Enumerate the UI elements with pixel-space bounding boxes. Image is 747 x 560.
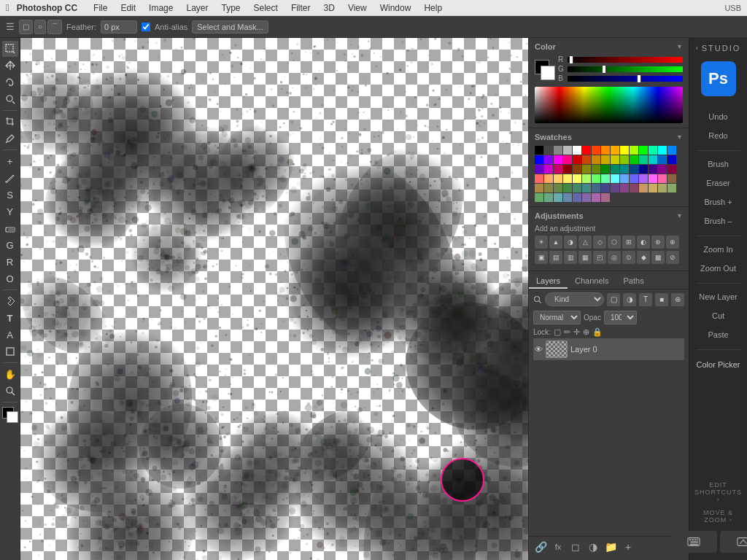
layers-filter-pixel[interactable]: ▢: [607, 293, 620, 306]
studio-zoom-in-button[interactable]: Zoom In: [693, 241, 744, 258]
swatch-26[interactable]: [639, 155, 648, 164]
add-adjustment-button[interactable]: ◑: [586, 540, 600, 554]
swatch-3[interactable]: [563, 146, 572, 155]
add-mask-button[interactable]: ◻: [568, 540, 583, 554]
tab-channels[interactable]: Channels: [568, 274, 616, 289]
swatch-30[interactable]: [535, 165, 543, 174]
studio-brush-minus-button[interactable]: Brush –: [693, 212, 744, 230]
swatch-78[interactable]: [563, 193, 572, 202]
swatch-7[interactable]: [601, 146, 610, 155]
blur-tool[interactable]: R: [2, 254, 18, 270]
swatch-13[interactable]: [658, 146, 667, 155]
menu-file[interactable]: File: [88, 1, 113, 15]
adj-invert[interactable]: ▣: [535, 251, 548, 264]
adj-gradmap[interactable]: ▦: [578, 251, 592, 264]
adj-posterize[interactable]: ▤: [549, 251, 562, 264]
swatch-52[interactable]: [601, 174, 610, 183]
canvas-area[interactable]: [20, 38, 528, 560]
studio-brush-button[interactable]: Brush: [693, 155, 744, 173]
adjustments-panel-arrow[interactable]: ▼: [676, 212, 683, 219]
selection-tool[interactable]: [2, 41, 18, 57]
swatch-21[interactable]: [592, 155, 600, 164]
adj-photofilter[interactable]: ⊛: [651, 236, 665, 249]
layers-filter-shape[interactable]: ■: [655, 293, 668, 306]
swatch-18[interactable]: [563, 155, 572, 164]
swatch-51[interactable]: [592, 174, 600, 183]
swatch-77[interactable]: [554, 193, 562, 202]
layers-filter-text[interactable]: T: [639, 293, 652, 306]
swatch-54[interactable]: [620, 174, 629, 183]
lock-position[interactable]: ✛: [573, 327, 580, 337]
select-and-mask-button[interactable]: Select and Mask...: [192, 20, 268, 34]
swatch-50[interactable]: [582, 174, 591, 183]
swatch-36[interactable]: [592, 165, 600, 174]
layer-name[interactable]: Layer 0: [570, 345, 597, 354]
swatch-71[interactable]: [639, 184, 648, 192]
clone-tool[interactable]: S: [2, 187, 18, 203]
lasso-select-btn[interactable]: ⌒: [47, 20, 62, 34]
layer-item[interactable]: 👁 Layer 0: [533, 338, 684, 360]
swatch-63[interactable]: [563, 184, 572, 192]
swatch-64[interactable]: [573, 184, 581, 192]
swatch-12[interactable]: [649, 146, 657, 155]
shape-tool[interactable]: [2, 343, 18, 359]
swatch-68[interactable]: [611, 184, 619, 192]
lock-all[interactable]: 🔒: [592, 327, 603, 337]
quick-keys-button[interactable]: [720, 531, 748, 553]
move-zoom-label[interactable]: MOVE & ZOOM ›: [689, 506, 747, 526]
menu-layer[interactable]: Layer: [180, 1, 214, 15]
swatch-58[interactable]: [658, 174, 667, 183]
gradient-tool[interactable]: G: [2, 237, 18, 253]
link-layers-button[interactable]: 🔗: [533, 540, 548, 554]
menu-edit[interactable]: Edit: [115, 1, 142, 15]
swatch-40[interactable]: [630, 165, 638, 174]
dodge-tool[interactable]: O: [2, 271, 18, 287]
canvas-container[interactable]: [20, 38, 528, 560]
green-slider-thumb[interactable]: [602, 65, 606, 74]
green-slider[interactable]: [568, 66, 683, 72]
adj-hsl[interactable]: ⬡: [608, 236, 621, 249]
swatch-53[interactable]: [611, 174, 619, 183]
adj-distort[interactable]: ⊘: [666, 251, 679, 264]
swatch-37[interactable]: [601, 165, 610, 174]
studio-undo-button[interactable]: Undo: [693, 108, 744, 125]
swatch-72[interactable]: [649, 184, 657, 192]
ellipse-select-btn[interactable]: ○: [34, 20, 46, 34]
hand-tool[interactable]: ✋: [2, 366, 18, 382]
swatch-22[interactable]: [601, 155, 610, 164]
swatch-75[interactable]: [535, 193, 543, 202]
zoom-tool[interactable]: [2, 383, 18, 399]
opacity-select[interactable]: 100%: [604, 311, 637, 324]
swatch-80[interactable]: [582, 193, 591, 202]
swatch-62[interactable]: [554, 184, 562, 192]
swatch-34[interactable]: [573, 165, 581, 174]
color-spectrum[interactable]: [535, 87, 683, 123]
swatch-0[interactable]: [535, 146, 543, 155]
quick-select-tool[interactable]: [2, 91, 18, 107]
swatch-8[interactable]: [611, 146, 619, 155]
swatch-48[interactable]: [563, 174, 572, 183]
adj-threshold[interactable]: ▥: [564, 251, 577, 264]
studio-chevron-icon[interactable]: ‹: [696, 44, 700, 52]
history-brush-tool[interactable]: Y: [2, 203, 18, 219]
swatch-31[interactable]: [544, 165, 553, 174]
swatch-43[interactable]: [658, 165, 667, 174]
studio-ps-icon[interactable]: Ps: [701, 61, 736, 96]
menu-window[interactable]: Window: [374, 1, 417, 15]
swatch-38[interactable]: [611, 165, 619, 174]
menu-filter[interactable]: Filter: [285, 1, 317, 15]
swatch-42[interactable]: [649, 165, 657, 174]
brush-tool[interactable]: [2, 170, 18, 186]
swatch-27[interactable]: [649, 155, 657, 164]
swatch-19[interactable]: [573, 155, 581, 164]
blue-slider-thumb[interactable]: [637, 74, 641, 83]
swatch-9[interactable]: [620, 146, 629, 155]
path-select-tool[interactable]: A: [2, 327, 18, 343]
fg-bg-color-selector[interactable]: [535, 60, 555, 80]
layers-filter-adjust[interactable]: ◑: [623, 293, 636, 306]
blend-mode-select[interactable]: Normal Multiply Screen Overlay: [533, 311, 581, 324]
feather-input[interactable]: [101, 20, 137, 34]
swatch-60[interactable]: [535, 184, 543, 192]
swatch-32[interactable]: [554, 165, 562, 174]
adj-sharpen[interactable]: ◎: [608, 251, 621, 264]
